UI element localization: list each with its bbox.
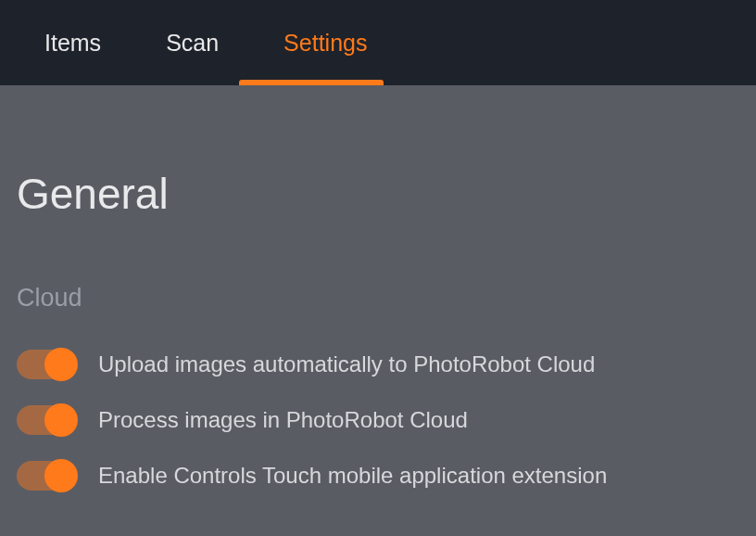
tab-indicator (239, 80, 384, 85)
toggle-label: Process images in PhotoRobot Cloud (98, 407, 468, 433)
toggle-row-upload: Upload images automatically to PhotoRobo… (17, 350, 739, 379)
tab-items[interactable]: Items (44, 30, 101, 57)
toggle-row-controls-touch: Enable Controls Touch mobile application… (17, 461, 739, 491)
tabbar: Items Scan Settings (0, 0, 756, 85)
tab-scan[interactable]: Scan (166, 30, 219, 57)
toggle-label: Upload images automatically to PhotoRobo… (98, 351, 595, 377)
toggle-knob (44, 403, 78, 437)
toggle-controls-touch[interactable] (17, 461, 76, 491)
toggle-knob (44, 348, 78, 381)
toggle-row-process: Process images in PhotoRobot Cloud (17, 405, 739, 435)
toggle-process-images[interactable] (17, 405, 76, 435)
page-title: General (17, 169, 739, 219)
section-title-cloud: Cloud (17, 284, 739, 313)
toggle-label: Enable Controls Touch mobile application… (98, 463, 607, 489)
toggle-upload-images[interactable] (17, 350, 76, 379)
tab-settings[interactable]: Settings (284, 30, 367, 57)
toggle-knob (44, 459, 78, 492)
content: General Cloud Upload images automaticall… (0, 85, 756, 491)
